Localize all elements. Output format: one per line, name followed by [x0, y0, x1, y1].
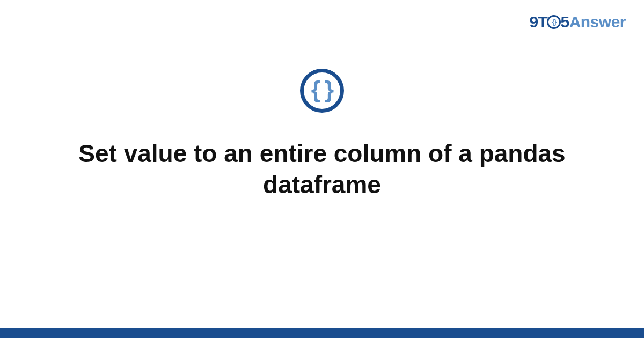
page-title: Set value to an entire column of a panda… — [64, 138, 580, 200]
brand-o-circle: {} — [547, 15, 561, 29]
brand-o-inner: {} — [552, 18, 556, 26]
braces-glyph: { } — [311, 78, 333, 101]
footer-accent-bar — [0, 328, 644, 338]
code-braces-icon: { } — [300, 69, 344, 113]
brand-nine: 9 — [529, 13, 538, 31]
brand-logo: 9T{}5Answer — [529, 13, 626, 31]
brand-five: 5 — [560, 13, 569, 31]
hero-area: { } Set value to an entire column of a p… — [0, 69, 644, 200]
brand-answer: Answer — [569, 13, 626, 31]
brand-t: T — [538, 13, 548, 31]
